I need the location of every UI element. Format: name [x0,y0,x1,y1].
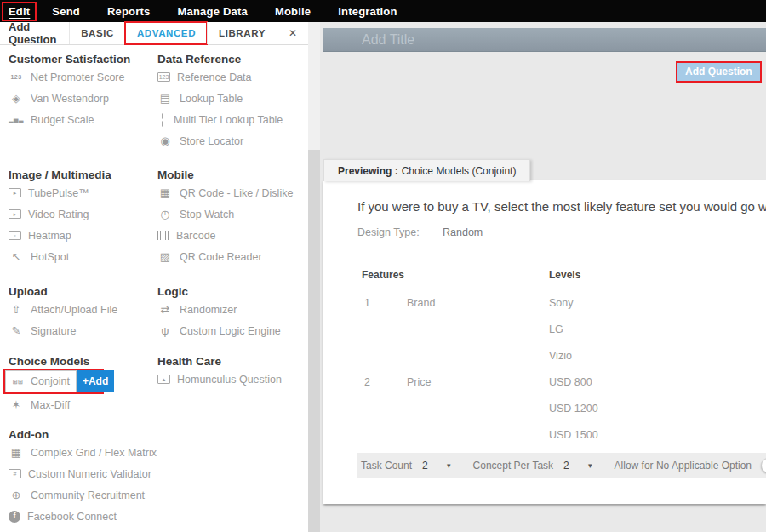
sidebar-item-barcode[interactable]: Barcode [157,225,304,246]
sidebar-item-label: Van Westendorp [31,93,109,105]
tab-advanced[interactable]: ADVANCED [125,22,207,44]
nps-scale-icon: 123 [9,74,24,80]
sidebar-item-max-diff[interactable]: ✶Max-Diff [9,394,149,415]
sidebar-item-qr-code-reader[interactable]: ▨QR Code Reader [157,246,304,267]
nav-integration[interactable]: Integration [333,3,402,20]
sidebar-item-attach-upload-file[interactable]: ⇧Attach/Upload File [9,299,149,320]
chevron-down-icon: ▾ [588,461,592,470]
level-value: Sony [549,297,574,310]
section-title: Image / Multimedia [9,167,149,182]
cursor-icon: ↖ [9,251,24,262]
section-title: Choice Models [9,353,149,369]
sidebar-section: Logic⇄RandomizerψCustom Logic Engine [157,283,304,341]
scrollbar-thumb[interactable] [308,150,320,532]
sidebar-item-label: Max-Diff [31,399,70,411]
sidebar-item-budget-scale[interactable]: ▂▅▃Budget Scale [9,109,149,130]
conjoint-add-button[interactable]: +Add [77,370,114,392]
sidebar-item-heatmap[interactable]: ▫Heatmap [9,225,149,246]
conjoint-preview-card: If you were to buy a TV, select the most… [323,180,766,504]
top-navigation-bar: Edit Send Reports Manage Data Mobile Int… [0,0,766,22]
sidebar-column-1: Data Reference123Reference Data▤Lookup T… [157,45,304,532]
chevron-down-icon: ▾ [447,461,451,470]
conjoint-settings-bar: Task Count 2 ▾ Concept Per Task 2 ▾ Allo… [357,453,766,478]
design-type-label: Design Type: [357,226,443,238]
sidebar-item-van-westendorp[interactable]: ◈Van Westendorp [9,88,149,109]
sidebar-item-label: TubePulse™ [28,187,89,199]
level-value: LG [549,323,563,336]
nav-mobile[interactable]: Mobile [270,3,316,20]
sidebar-item-label: HotSpot [31,251,69,263]
feature-number: 1 [364,297,370,310]
sidebar-item-custom-logic-engine[interactable]: ψCustom Logic Engine [157,320,304,341]
sidebar-item-label: Barcode [176,230,216,242]
tab-basic[interactable]: BASIC [69,22,125,44]
vertical-scrollbar[interactable] [308,22,320,532]
sidebar-item-label: Lookup Table [180,93,243,105]
feature-name: Brand [407,297,435,310]
sidebar-item-stop-watch[interactable]: ◷Stop Watch [157,203,304,225]
task-count-dropdown[interactable]: 2 ▾ [419,460,451,472]
sidebar-item-label: Custom Logic Engine [180,325,281,337]
sidebar-item-complex-grid-flex-matrix[interactable]: ▦Complex Grid / Flex Matrix [9,442,149,463]
sidebar-item-randomizer[interactable]: ⇄Randomizer [157,299,304,320]
upload-icon: ⇧ [9,304,24,315]
sidebar-item-signature[interactable]: ✎Signature [9,320,149,341]
nav-edit[interactable]: Edit [3,3,35,20]
sidebar-item-store-locator[interactable]: ◉Store Locator [157,130,304,152]
sidebar-section: Image / Multimedia▸TubePulse™▸Video Rati… [9,167,149,267]
nav-send[interactable]: Send [47,3,85,20]
levels-header: Levels [549,269,580,282]
sidebar-item-multi-tier-lookup-table[interactable]: Multi Tier Lookup Table [157,109,304,130]
video-film-icon: ▸ [9,188,21,197]
sidebar-item-video-rating[interactable]: ▸Video Rating [9,203,149,225]
previewing-tab: Previewing : Choice Models (Conjoint) [323,159,530,181]
sidebar-item-homunculus-question[interactable]: ▴Homunculus Question [157,369,304,390]
sidebar-item-custom-numeric-validator[interactable]: #Custom Numeric Validator [9,463,149,484]
feature-number: 2 [364,376,370,389]
task-count-label: Task Count [361,460,412,472]
level-value: USD 800 [549,376,592,389]
sidebar-item-conjoint[interactable]: ⊞⊞Conjoint+Add [3,369,104,394]
sidebar-item-facebook-connect[interactable]: fFacebook Connect [9,506,149,527]
add-title-bar[interactable]: Add Title [323,28,766,52]
sidebar-item-net-promoter-score[interactable]: 123Net Promoter Score [9,66,149,88]
branch-icon: ψ [157,325,173,336]
question-text: If you were to buy a TV, select the most… [357,199,766,214]
nav-manage-data[interactable]: Manage Data [172,3,252,20]
section-title: Mobile [157,167,304,182]
feature-name: Price [407,376,431,389]
sidebar-item-label: Custom Numeric Validator [28,468,151,480]
tab-library[interactable]: LIBRARY [207,22,277,44]
sidebar-item-community-recruitment[interactable]: ⊕Community Recruitment [9,484,149,506]
sidebar-item-label: QR Code Reader [180,251,262,263]
sidebar-item-tubepulse[interactable]: ▸TubePulse™ [9,182,149,203]
close-icon[interactable]: ✕ [277,22,308,44]
toggle-knob [761,458,766,473]
sidebar-item-label: Multi Tier Lookup Table [174,114,283,126]
nav-reports[interactable]: Reports [102,3,156,20]
concept-per-task-label: Concept Per Task [473,460,554,472]
section-title: Logic [157,283,304,299]
sidebar-item-reference-data[interactable]: 123Reference Data [157,66,304,88]
survey-preview-area: Add Title Add Question Previewing : Choi… [320,22,766,532]
concept-per-task-dropdown[interactable]: 2 ▾ [560,460,592,472]
conjoint-selected-box: ⊞⊞Conjoint [5,370,77,392]
section-title: Customer Satisfaction [9,51,149,66]
facebook-icon: f [9,511,20,523]
previewing-value: Choice Models (Conjoint) [402,165,517,177]
sidebar-item-label: Attach/Upload File [31,304,117,316]
price-tag-icon: ◈ [9,93,24,104]
sidebar-item-lookup-table[interactable]: ▤Lookup Table [157,88,304,109]
features-header: Features [362,269,404,282]
add-question-button[interactable]: Add Question [676,61,762,83]
qr-reader-icon: ▨ [157,251,173,262]
level-value: USD 1200 [549,403,598,415]
reference-data-icon: 123 [157,72,170,82]
sidebar-item-label: Net Promoter Score [31,72,124,83]
no-applicable-option-label: Allow for No Applicable Option [615,460,752,472]
sidebar-item-hotspot[interactable]: ↖HotSpot [9,246,149,267]
sidebar-section: Customer Satisfaction123Net Promoter Sco… [9,51,149,130]
sidebar-item-qr-code-like-dislike[interactable]: ▦QR Code - Like / Dislike [157,182,304,203]
panel-title: Add Question [0,22,69,44]
shuffle-icon: ⇄ [157,304,173,315]
